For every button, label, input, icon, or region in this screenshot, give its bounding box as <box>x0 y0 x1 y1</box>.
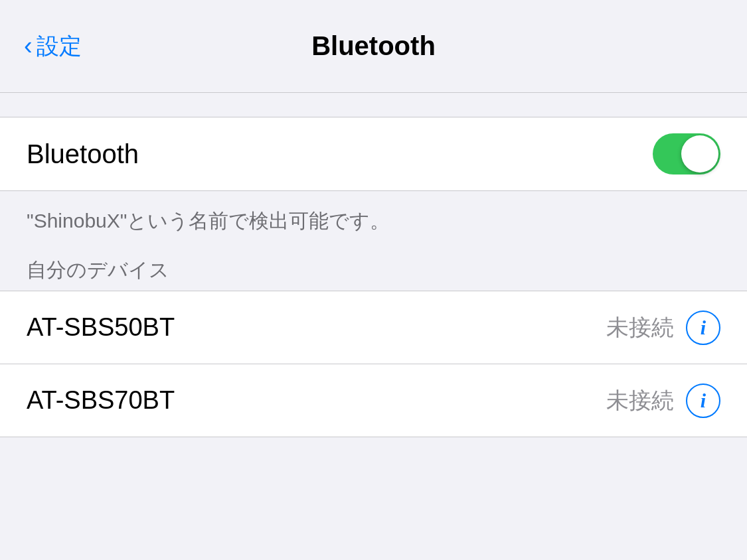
back-button[interactable]: ‹ 設定 <box>24 31 82 62</box>
device-status-2: 未接続 <box>606 385 674 416</box>
device-status-area-1: 未接続 i <box>606 311 720 345</box>
device-name-1: AT-SBS50BT <box>27 313 175 342</box>
devices-list: AT-SBS50BT 未接続 i AT-SBS70BT 未接続 i <box>0 291 747 437</box>
device-row-1[interactable]: AT-SBS50BT 未接続 i <box>0 291 747 364</box>
device-row-2[interactable]: AT-SBS70BT 未接続 i <box>0 364 747 437</box>
section-gap-top <box>0 93 747 117</box>
device-status-area-2: 未接続 i <box>606 384 720 418</box>
back-label: 設定 <box>37 31 82 62</box>
navigation-bar: ‹ 設定 Bluetooth <box>0 0 747 93</box>
discoverable-text: "ShinobuX"という名前で検出可能です。 <box>27 210 390 232</box>
bluetooth-section: Bluetooth <box>0 117 747 191</box>
my-devices-label: 自分のデバイス <box>27 259 169 281</box>
my-devices-header: 自分のデバイス <box>0 241 747 291</box>
device-status-1: 未接続 <box>606 313 674 343</box>
device-name-2: AT-SBS70BT <box>27 386 175 415</box>
device-info-button-1[interactable]: i <box>686 311 720 345</box>
discoverable-info-section: "ShinobuX"という名前で検出可能です。 <box>0 191 747 241</box>
device-info-button-2[interactable]: i <box>686 384 720 418</box>
bluetooth-toggle[interactable] <box>653 133 720 175</box>
bluetooth-label: Bluetooth <box>27 139 139 169</box>
page-title: Bluetooth <box>311 31 436 61</box>
bluetooth-toggle-row: Bluetooth <box>0 117 747 190</box>
chevron-left-icon: ‹ <box>24 33 33 58</box>
